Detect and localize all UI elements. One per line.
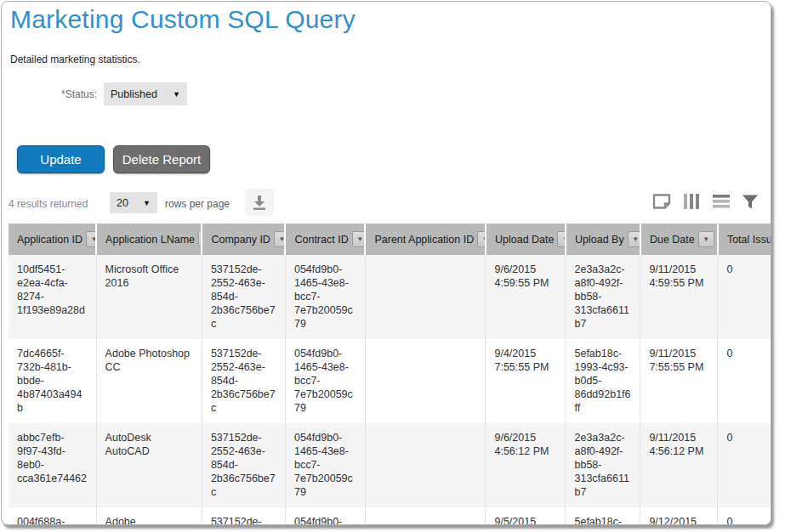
table-header-row: Application ID▼Application LName▼Company… — [9, 224, 771, 255]
table-cell: 9/5/2015 3:15:27 AM — [486, 507, 566, 525]
column-header: Contract ID▼ — [285, 224, 365, 255]
table-cell: 2e3a3a2c-a8f0-492f-bb58-313cfa6611b7 — [566, 255, 640, 339]
table-cell: 054fd9b0-1465-43e8-bcc7-7e7b20059c79 — [285, 423, 365, 507]
table-row: 10df5451-e2ea-4cfa-8274-1f193e89a28dMicr… — [9, 255, 771, 339]
column-header-label: Due Date — [650, 234, 695, 246]
status-select[interactable]: Published ▼ — [104, 82, 187, 105]
update-button[interactable]: Update — [17, 145, 105, 173]
column-header: Total Issues▼ — [718, 224, 771, 255]
table-cell: Adobe Dreamweaver CC — [96, 507, 202, 525]
table-cell: 9/4/2015 7:55:55 PM — [486, 339, 566, 423]
column-header: Upload Date▼ — [486, 224, 566, 255]
page-title: Marketing Custom SQL Query — [10, 5, 771, 34]
table-cell: Microsoft Office 2016 — [96, 255, 202, 339]
table-cell: 0 — [718, 423, 771, 507]
table-cell: 537152de-2552-463e-854d-2b36c756be7c — [202, 507, 285, 525]
column-menu-button[interactable]: ▼ — [557, 231, 566, 247]
column-header-label: Application ID — [17, 234, 82, 246]
page-subtitle: Detailed marketing statistics. — [10, 54, 771, 65]
column-header-label: Upload By — [575, 234, 624, 246]
report-panel: Marketing Custom SQL Query Detailed mark… — [1, 1, 771, 525]
table-cell: 0 — [718, 339, 771, 423]
table-cell: 537152de-2552-463e-854d-2b36c756be7c — [202, 339, 285, 423]
table-cell: 5efab18c-1993-4c93-b0d5-86dd92b1f6ff — [566, 339, 640, 423]
rows-per-page-value: 20 — [117, 197, 128, 209]
table-cell — [365, 423, 486, 507]
table-cell: 0 — [718, 255, 771, 339]
table-row: 004f688a-b94b-4ccf-86de-e4b9cbbb9cdeAdob… — [9, 507, 771, 525]
table-cell: 0 — [718, 507, 771, 525]
table-cell: AutoDesk AutoCAD — [96, 423, 202, 507]
table-cell: 054fd9b0-1465-43e8-bcc7-7e7b20059c79 — [285, 255, 365, 339]
rows-per-page-label: rows per page — [165, 198, 230, 210]
table-cell: 9/11/2015 4:56:12 PM — [640, 423, 718, 507]
grid-view-icons — [651, 193, 759, 210]
page-icon — [651, 193, 672, 210]
table-cell: 004f688a-b94b-4ccf-86de-e4b9cbbb9cde — [9, 507, 96, 525]
results-grid: Application ID▼Application LName▼Company… — [9, 224, 771, 525]
export-page-button[interactable] — [651, 193, 672, 210]
table-row: abbc7efb-9f97-43fd-8eb0-cca361e74462Auto… — [9, 423, 771, 507]
column-header: Company ID▼ — [202, 224, 285, 255]
chevron-down-icon: ▼ — [143, 199, 151, 207]
column-header: Parent Application ID▼ — [365, 224, 486, 255]
grid-toolbar: 4 results returned 20 ▼ rows per page — [2, 188, 771, 218]
table-cell — [365, 255, 486, 339]
table-cell: 5efab18c-1993-4c93-b0d5-86dd92b1f6ff — [566, 507, 640, 525]
table-cell: abbc7efb-9f97-43fd-8eb0-cca361e74462 — [9, 423, 96, 507]
delete-report-button[interactable]: Delete Report — [113, 145, 210, 173]
table-cell: 054fd9b0-1465-43e8-bcc7-7e7b20059c79 — [285, 339, 365, 423]
table-cell: 054fd9b0-1465-43e8-bcc7-7e7b20059c79 — [285, 507, 365, 525]
filter-button[interactable] — [742, 194, 759, 210]
status-row: *Status: Published ▼ — [2, 82, 771, 105]
status-select-value: Published — [111, 88, 157, 100]
status-label: *Status: — [2, 88, 97, 100]
results-count-text: 4 results returned — [9, 198, 88, 210]
filter-icon — [742, 194, 759, 210]
column-menu-button[interactable]: ▼ — [477, 231, 486, 247]
table-cell: 7dc4665f-732b-481b-bbde-4b87403a494b — [9, 339, 96, 423]
column-chooser-button[interactable] — [683, 193, 701, 210]
column-header-label: Application LName — [105, 234, 195, 246]
column-header: Application ID▼ — [9, 224, 96, 255]
table-body: 10df5451-e2ea-4cfa-8274-1f193e89a28dMicr… — [9, 255, 771, 525]
column-menu-button[interactable]: ▼ — [698, 231, 714, 247]
column-menu-button[interactable]: ▼ — [86, 231, 96, 247]
action-buttons: Update Delete Report — [17, 145, 771, 173]
column-header: Application LName▼ — [96, 224, 202, 255]
table-cell: 2e3a3a2c-a8f0-492f-bb58-313cfa6611b7 — [566, 423, 640, 507]
table-cell: 9/6/2015 4:59:55 PM — [486, 255, 566, 339]
table-cell: Adobe Photoshop CC — [96, 339, 202, 423]
table-cell: 9/6/2015 4:56:12 PM — [486, 423, 566, 507]
column-header-label: Parent Application ID — [374, 234, 474, 246]
table-cell — [365, 339, 486, 423]
column-header-label: Contract ID — [294, 234, 348, 246]
table-cell: 9/12/2015 3:15:27 AM — [640, 507, 718, 525]
table-cell: 537152de-2552-463e-854d-2b36c756be7c — [202, 423, 285, 507]
download-button[interactable] — [245, 189, 274, 216]
rows-per-page-select[interactable]: 20 ▼ — [110, 192, 157, 213]
column-header: Upload By▼ — [566, 224, 640, 255]
column-menu-button[interactable]: ▼ — [352, 231, 366, 247]
table-cell — [365, 507, 486, 525]
column-header: Due Date▼ — [640, 224, 718, 255]
column-menu-button[interactable]: ▼ — [274, 231, 286, 247]
column-menu-button[interactable]: ▼ — [628, 231, 640, 247]
column-header-label: Upload Date — [495, 234, 555, 246]
table-cell: 10df5451-e2ea-4cfa-8274-1f193e89a28d — [9, 255, 96, 339]
table-row: 7dc4665f-732b-481b-bbde-4b87403a494bAdob… — [9, 339, 771, 423]
table-cell: 9/11/2015 7:55:55 PM — [640, 339, 718, 423]
row-density-button[interactable] — [712, 194, 731, 209]
column-header-label: Company ID — [211, 234, 270, 246]
table-cell: 537152de-2552-463e-854d-2b36c756be7c — [202, 255, 285, 339]
columns-icon — [683, 193, 701, 210]
chevron-down-icon: ▼ — [173, 90, 180, 99]
download-icon — [251, 194, 268, 211]
column-header-label: Total Issues — [727, 234, 771, 246]
rows-icon — [712, 194, 731, 209]
results-table: Application ID▼Application LName▼Company… — [9, 224, 771, 525]
table-cell: 9/11/2015 4:59:55 PM — [640, 255, 718, 339]
